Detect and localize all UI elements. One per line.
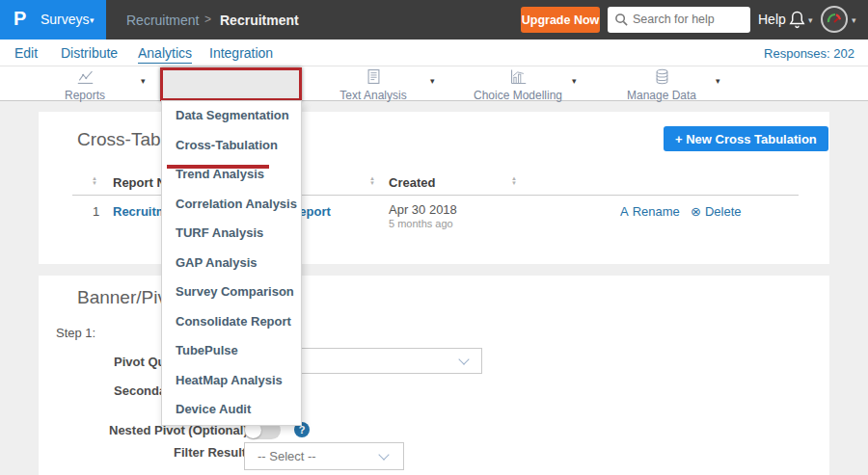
sort-icon[interactable]: ▲▼ bbox=[511, 176, 519, 186]
surveys-label: Surveys bbox=[41, 12, 90, 27]
chevron-down-icon bbox=[378, 449, 389, 460]
tab-analytics[interactable]: Analytics bbox=[138, 45, 192, 64]
menu-item-cross-tabulation[interactable]: Cross-Tabulation bbox=[162, 131, 301, 161]
plus-icon: + bbox=[675, 132, 683, 146]
database-icon bbox=[654, 68, 670, 85]
menu-item-tubepulse[interactable]: TubePulse bbox=[162, 336, 301, 366]
created-date: Apr 30 2018 bbox=[389, 202, 457, 217]
analytics-toolbar: Reports ▾ Analysis ▾ Text Analysis ▾ bbox=[0, 66, 868, 101]
toolbar-label-manage-data: Manage Data bbox=[604, 89, 719, 102]
toolbar-manage-data[interactable]: Manage Data bbox=[604, 68, 719, 102]
new-cross-tabulation-label: New Cross Tabulation bbox=[686, 132, 817, 146]
delete-button[interactable]: ⊗Delete bbox=[691, 204, 741, 219]
help-search bbox=[608, 7, 750, 33]
text-analysis-icon bbox=[366, 68, 382, 85]
column-created[interactable]: Created bbox=[389, 175, 435, 190]
choice-modelling-icon bbox=[509, 68, 528, 85]
toolbar-text-analysis[interactable]: Text Analysis bbox=[315, 68, 431, 102]
rename-label: Rename bbox=[633, 204, 680, 219]
avatar-caret-icon[interactable]: ▾ bbox=[852, 15, 856, 25]
text-analysis-caret-icon[interactable]: ▾ bbox=[430, 76, 435, 86]
upgrade-now-button[interactable]: Upgrade Now bbox=[521, 7, 600, 33]
toolbar-choice-modelling[interactable]: Choice Modelling bbox=[460, 68, 576, 102]
menu-item-gap-analysis[interactable]: GAP Analysis bbox=[162, 249, 301, 278]
delete-icon: ⊗ bbox=[691, 204, 701, 219]
breadcrumb-parent[interactable]: Recruitment bbox=[126, 13, 199, 28]
rename-icon: A bbox=[620, 204, 629, 219]
banner-pivot-card: Banner/Pivot Table Step 1: Pivot Questio… bbox=[39, 276, 829, 475]
created-ago: 5 months ago bbox=[389, 218, 453, 229]
breadcrumb-current: Recruitment bbox=[220, 13, 299, 28]
menu-item-turf-analysis[interactable]: TURF Analysis bbox=[162, 219, 301, 249]
menu-item-data-segmentation[interactable]: Data Segmentation bbox=[162, 101, 301, 131]
analysis-dropdown-menu: Data Segmentation Cross-Tabulation Trend… bbox=[161, 100, 302, 426]
search-input[interactable] bbox=[633, 8, 746, 31]
gauge-icon bbox=[823, 8, 846, 31]
avatar[interactable] bbox=[821, 6, 848, 33]
sort-icon[interactable]: ▲▼ bbox=[369, 176, 377, 186]
reports-chart-icon bbox=[76, 68, 95, 85]
reports-caret-icon[interactable]: ▾ bbox=[141, 76, 146, 86]
breadcrumb-separator: > bbox=[204, 13, 211, 26]
cross-tabulation-card: Cross-Tabulation + New Cross Tabulation … bbox=[39, 112, 829, 264]
delete-label: Delete bbox=[705, 204, 742, 219]
analysis-active-highlight bbox=[160, 67, 302, 101]
step-label: Step 1: bbox=[56, 326, 95, 340]
app-window: P Surveys ▾ Recruitment > Recruitment Up… bbox=[0, 0, 868, 475]
row-number: 1 bbox=[93, 204, 99, 219]
help-link[interactable]: Help bbox=[758, 12, 786, 27]
toolbar-label-text-analysis: Text Analysis bbox=[315, 89, 431, 102]
menu-item-consolidate-report[interactable]: Consolidate Report bbox=[162, 307, 301, 337]
survey-nav: Edit Distribute Analytics Integration Re… bbox=[0, 40, 868, 66]
tab-integration[interactable]: Integration bbox=[209, 45, 273, 61]
filter-result-select[interactable]: -- Select -- bbox=[244, 442, 404, 470]
new-cross-tabulation-button[interactable]: + New Cross Tabulation bbox=[664, 126, 828, 151]
chevron-down-icon bbox=[458, 354, 469, 364]
menu-item-correlation-analysis[interactable]: Correlation Analysis bbox=[162, 190, 301, 220]
choice-modelling-caret-icon[interactable]: ▾ bbox=[572, 76, 577, 86]
menu-item-survey-comparison[interactable]: Survey Comparison bbox=[162, 277, 301, 307]
sort-icon[interactable]: ▲▼ bbox=[92, 176, 99, 186]
notifications-bell-icon[interactable] bbox=[788, 10, 806, 30]
top-bar: P Surveys ▾ Recruitment > Recruitment Up… bbox=[0, 0, 868, 40]
bell-caret-icon[interactable]: ▾ bbox=[808, 15, 813, 25]
filter-result-value: -- Select -- bbox=[258, 449, 316, 463]
manage-data-caret-icon[interactable]: ▾ bbox=[716, 76, 720, 86]
active-item-underline bbox=[167, 165, 269, 169]
toolbar-label-reports: Reports bbox=[27, 89, 143, 102]
filter-result-label: Filter Result bbox=[174, 445, 246, 460]
surveys-menu[interactable]: P Surveys ▾ bbox=[0, 0, 106, 40]
tab-distribute[interactable]: Distribute bbox=[61, 45, 118, 61]
search-icon bbox=[614, 13, 629, 27]
tab-edit[interactable]: Edit bbox=[14, 45, 38, 61]
surveys-caret-icon: ▾ bbox=[90, 15, 95, 25]
questionpro-logo: P bbox=[14, 8, 26, 30]
toolbar-label-choice-modelling: Choice Modelling bbox=[460, 89, 576, 102]
rename-button[interactable]: ARename bbox=[620, 204, 680, 219]
menu-item-heatmap-analysis[interactable]: HeatMap Analysis bbox=[162, 366, 301, 396]
menu-item-device-audit[interactable]: Device Audit bbox=[162, 395, 301, 425]
responses-count[interactable]: Responses: 202 bbox=[764, 46, 854, 61]
toolbar-reports[interactable]: Reports bbox=[27, 68, 143, 102]
